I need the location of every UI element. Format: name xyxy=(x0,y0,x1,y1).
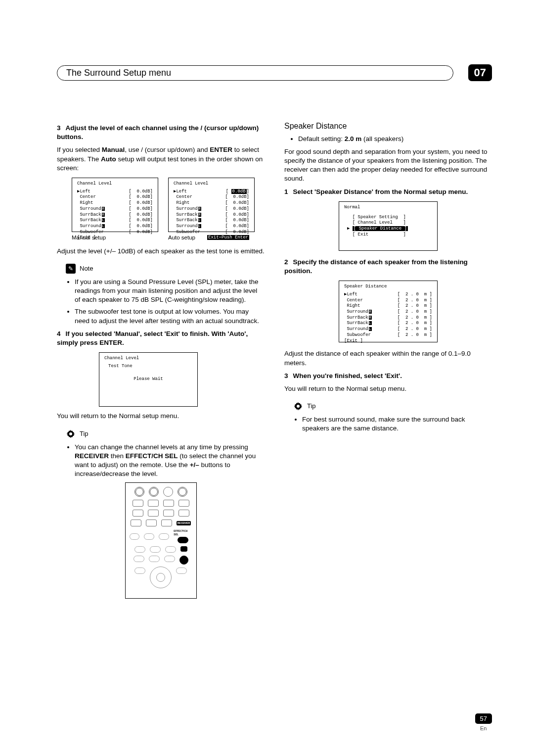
osd-speaker-distance: Speaker Distance ▶Left[ 2 . 0 m ] Center… xyxy=(339,281,438,342)
remote-button xyxy=(134,487,144,497)
speaker-distance-intro: For good sound depth and separation from… xyxy=(284,147,492,184)
tip-heading: Tip xyxy=(66,429,265,439)
remote-button xyxy=(163,510,174,517)
note-list: If you are using a Sound Pressure Level … xyxy=(57,278,265,326)
page-language: En xyxy=(475,725,492,731)
page-footer: 57 En xyxy=(475,713,492,731)
dpad-icon xyxy=(150,567,172,588)
effect-label: EFFECT/CH SEL xyxy=(174,529,192,536)
page-number: 57 xyxy=(475,713,492,724)
remote-button xyxy=(176,567,187,574)
remote-button xyxy=(178,487,187,497)
adjust-level-text: Adjust the level (+/– 10dB) of each spea… xyxy=(57,247,265,256)
r-step-3-heading: 3When you're finished, select 'Exit'. xyxy=(284,372,492,380)
r-step-1-heading: 1Select 'Speaker Distance' from the Norm… xyxy=(284,188,492,196)
remote-diagram: RECEIVER EFFECT/CH SEL xyxy=(125,482,197,599)
remote-button xyxy=(178,500,189,507)
remote-button xyxy=(133,500,143,507)
remote-button xyxy=(163,487,173,497)
remote-button xyxy=(149,556,160,562)
gear-icon xyxy=(66,429,76,439)
remote-button xyxy=(148,500,159,507)
gear-icon xyxy=(293,401,303,411)
note-heading: ✎ Note xyxy=(66,264,265,274)
remote-button xyxy=(159,533,169,540)
left-column: 3Adjust the level of each channel using … xyxy=(57,121,265,599)
effect-button xyxy=(178,537,188,543)
remote-button xyxy=(131,520,141,526)
distance-range: Adjust the distance of each speaker with… xyxy=(284,349,492,367)
minus-button xyxy=(179,556,188,565)
remote-button xyxy=(164,556,175,562)
pencil-icon: ✎ xyxy=(66,264,76,274)
remote-button xyxy=(134,556,144,562)
osd-manual: Channel Level ▶Left[ 0.0dB] Center[ 0.0d… xyxy=(72,178,158,232)
remote-button xyxy=(146,520,157,526)
r-tip-list: For best surround sound, make sure the s… xyxy=(284,415,492,433)
plus-button xyxy=(180,546,187,552)
tip-list-left: You can change the channel levels at any… xyxy=(57,443,265,479)
section-speaker-distance: Speaker Distance xyxy=(284,121,492,132)
r-step-2-heading: 2Specify the distance of each speaker fr… xyxy=(284,258,492,276)
osd-normal-menu: Normal [ Speaker Setting ] [ Channel Lev… xyxy=(339,201,438,251)
r-return-text: You will return to the Normal setup menu… xyxy=(284,384,492,393)
remote-button xyxy=(133,510,143,517)
r-tip-heading: Tip xyxy=(293,401,492,411)
remote-button xyxy=(134,567,145,574)
remote-button xyxy=(134,546,145,553)
remote-button xyxy=(178,510,189,517)
remote-button xyxy=(130,533,140,540)
page-header: The Surround Setup menu 07 xyxy=(57,64,492,81)
remote-button xyxy=(165,546,176,553)
remote-button xyxy=(144,533,154,540)
page-title: The Surround Setup menu xyxy=(57,65,453,81)
remote-button xyxy=(150,546,161,553)
step-3-body: If you selected Manual, use / (cursor up… xyxy=(57,145,265,173)
right-column: Speaker Distance Default setting: 2.0 m … xyxy=(284,121,492,599)
return-text: You will return to the Normal setup menu… xyxy=(57,412,265,421)
receiver-label: RECEIVER xyxy=(177,521,191,525)
chapter-badge: 07 xyxy=(468,64,492,81)
default-setting: Default setting: 2.0 m (all speakers) xyxy=(298,135,492,143)
osd-channel-level-pair: Channel Level ▶Left[ 0.0dB] Center[ 0.0d… xyxy=(72,178,265,232)
osd-please-wait: Channel Level Test Tone Please Wait xyxy=(99,352,198,407)
remote-button xyxy=(161,520,172,526)
step-3-heading: 3Adjust the level of each channel using … xyxy=(57,124,265,142)
remote-button xyxy=(163,500,174,507)
svg-point-1 xyxy=(297,405,300,408)
remote-button xyxy=(148,510,159,517)
svg-point-0 xyxy=(69,432,72,435)
step-4-heading: 4If you selected 'Manual', select 'Exit'… xyxy=(57,330,265,347)
osd-auto: Channel Level ▶Left[ 0.0dB] Center[ 0.0d… xyxy=(168,178,255,232)
remote-button xyxy=(149,487,159,497)
